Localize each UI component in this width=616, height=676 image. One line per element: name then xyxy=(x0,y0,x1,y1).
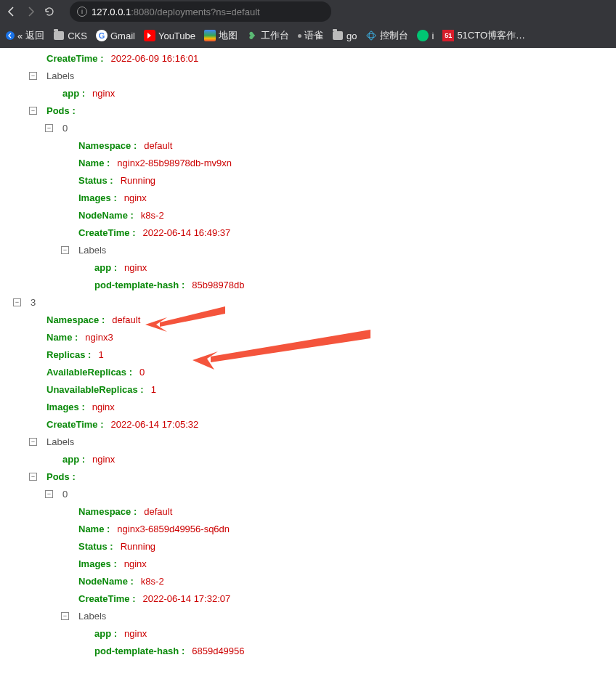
node-pod-index-0[interactable]: 0 xyxy=(62,123,68,134)
toggle-pod-0[interactable] xyxy=(45,124,53,132)
youtube-icon xyxy=(144,30,155,41)
node-labels[interactable]: Labels xyxy=(78,611,106,622)
val-images: nginx xyxy=(124,192,147,203)
green-circle-icon xyxy=(417,30,429,41)
key-app: app : xyxy=(62,88,85,99)
back-circle-icon xyxy=(6,31,15,40)
toggle-dep3-pod-labels[interactable] xyxy=(61,612,69,620)
toggle-pods[interactable] xyxy=(29,107,37,115)
content-area: CreateTime :2022-06-09 16:16:01 Labels a… xyxy=(0,48,616,676)
key-namespace: Namespace : xyxy=(78,140,137,151)
key-app: app : xyxy=(94,262,117,273)
url-bar[interactable]: i 127.0.0.1:8080/deployments?ns=default xyxy=(70,1,331,22)
toggle-dep3-labels[interactable] xyxy=(29,438,37,446)
key-images: Images : xyxy=(78,558,117,569)
val-images: nginx xyxy=(92,402,115,412)
val-images: nginx xyxy=(124,558,147,569)
val-namespace: default xyxy=(112,314,140,325)
val-available-replicas: 0 xyxy=(139,367,145,378)
key-createtime: CreateTime : xyxy=(78,593,136,604)
maps-icon xyxy=(204,30,216,41)
val-name: nginx3 xyxy=(85,332,113,343)
nav-forward-icon[interactable] xyxy=(25,6,36,17)
key-available-replicas: AvailableReplicas : xyxy=(46,367,132,378)
key-images: Images : xyxy=(46,402,85,412)
key-replicas: Replicas : xyxy=(46,349,91,360)
val-name: nginx3-6859d49956-sq6dn xyxy=(117,524,230,534)
bookmark-maps[interactable]: 地图 xyxy=(204,29,238,42)
val-name: nginx2-85b98978db-mv9xn xyxy=(117,158,232,168)
site-info-icon[interactable]: i xyxy=(77,7,87,17)
key-namespace: Namespace : xyxy=(46,314,105,325)
val-status: Running xyxy=(121,175,155,186)
key-pods: Pods : xyxy=(46,105,76,116)
bookmark-workbench[interactable]: ❥工作台 xyxy=(246,29,289,42)
svg-point-0 xyxy=(367,33,376,38)
bookmark-back[interactable]: «返回 xyxy=(6,29,44,42)
node-labels[interactable]: Labels xyxy=(46,436,74,447)
key-pod-template-hash: pod-template-hash : xyxy=(94,280,185,290)
dot-icon xyxy=(298,34,301,38)
val-createtime: 2022-06-14 16:49:37 xyxy=(143,227,231,238)
key-status: Status : xyxy=(78,175,113,186)
annotation-arrow-avail xyxy=(192,330,374,375)
cto51-icon: 51 xyxy=(442,30,454,41)
val-replicas: 1 xyxy=(98,349,103,360)
val-app: nginx xyxy=(124,628,147,639)
val-namespace: default xyxy=(144,140,172,151)
folder-icon xyxy=(54,31,64,40)
browser-chrome: i 127.0.0.1:8080/deployments?ns=default … xyxy=(0,0,616,48)
node-pod-index-0[interactable]: 0 xyxy=(62,489,68,500)
val-createtime: 2022-06-14 17:32:07 xyxy=(143,593,231,604)
key-nodename: NodeName : xyxy=(78,576,134,587)
bookmark-console[interactable]: 控制台 xyxy=(365,29,408,42)
key-name: Name : xyxy=(78,158,110,168)
toggle-labels[interactable] xyxy=(29,72,37,80)
key-name: Name : xyxy=(46,332,78,343)
bookmark-yuque[interactable]: 语雀 xyxy=(298,29,323,42)
key-app: app : xyxy=(94,628,117,639)
bookmark-go[interactable]: go xyxy=(332,30,357,41)
toggle-pod1-labels[interactable] xyxy=(61,246,69,254)
val-createtime: 2022-06-14 17:05:32 xyxy=(111,419,199,430)
bookmark-youtube[interactable]: YouTube xyxy=(144,30,195,41)
svg-point-1 xyxy=(369,31,373,40)
key-namespace: Namespace : xyxy=(78,506,137,517)
toggle-dep3-pod-0[interactable] xyxy=(45,490,53,498)
node-labels[interactable]: Labels xyxy=(78,245,106,256)
key-pods: Pods : xyxy=(46,471,76,482)
key-app: app : xyxy=(62,454,85,465)
key-name: Name : xyxy=(78,524,110,534)
nav-back-icon[interactable] xyxy=(6,6,17,17)
val-unavailable-replicas: 1 xyxy=(151,384,156,395)
leaf-icon: ❥ xyxy=(246,30,258,41)
key-nodename: NodeName : xyxy=(78,210,134,221)
google-icon: G xyxy=(96,30,108,41)
console-icon xyxy=(365,30,377,41)
key-createtime: CreateTime : xyxy=(46,53,104,64)
toggle-dep3-pods[interactable] xyxy=(29,473,37,481)
nav-reload-icon[interactable] xyxy=(44,6,55,17)
node-labels[interactable]: Labels xyxy=(46,70,74,81)
key-createtime: CreateTime : xyxy=(46,419,104,430)
val-app: nginx xyxy=(92,88,115,99)
val-namespace: default xyxy=(144,506,172,517)
val-createtime: 2022-06-09 16:16:01 xyxy=(111,53,199,64)
key-images: Images : xyxy=(78,192,117,203)
browser-nav-bar: i 127.0.0.1:8080/deployments?ns=default xyxy=(0,0,616,23)
val-nodename: k8s-2 xyxy=(141,576,164,587)
toggle-dep-3[interactable] xyxy=(13,298,21,306)
url-text: 127.0.0.1:8080/deployments?ns=default xyxy=(92,7,260,17)
folder-icon xyxy=(333,31,343,40)
key-unavailable-replicas: UnavailableReplicas : xyxy=(46,384,144,395)
key-status: Status : xyxy=(78,541,113,552)
bookmark-i[interactable]: i xyxy=(417,30,434,41)
bookmark-cks[interactable]: CKS xyxy=(53,30,87,41)
bookmark-51cto[interactable]: 5151CTO博客作… xyxy=(442,29,525,42)
val-status: Running xyxy=(121,541,155,552)
key-pod-template-hash: pod-template-hash : xyxy=(94,646,185,656)
key-createtime: CreateTime : xyxy=(78,227,136,238)
node-dep-index-3[interactable]: 3 xyxy=(31,297,36,308)
bookmark-gmail[interactable]: GGmail xyxy=(96,30,135,41)
val-app: nginx xyxy=(124,262,147,273)
